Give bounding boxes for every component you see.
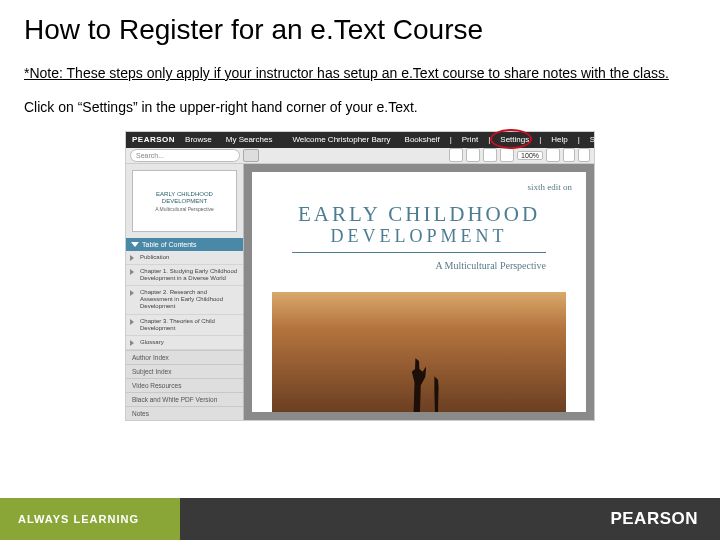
- toc-item[interactable]: Chapter 2. Research and Assessment in Ea…: [126, 286, 243, 315]
- zoom-in-icon[interactable]: [546, 148, 560, 162]
- zoom-level[interactable]: 100%: [517, 151, 543, 160]
- chevron-down-icon: [131, 242, 139, 247]
- zoom-out-icon[interactable]: [500, 148, 514, 162]
- sidebar-tabs: Author Index Subject Index Video Resourc…: [126, 350, 243, 420]
- next-page-button[interactable]: [578, 148, 590, 162]
- book-subtitle: A Multicultural Perspective: [435, 260, 546, 271]
- etext-screenshot: PEARSON Browse My Searches Welcome Chris…: [125, 131, 595, 421]
- search-input[interactable]: Search...: [130, 149, 240, 162]
- book-title-line2: DEVELOPMENT: [252, 226, 586, 247]
- note-prefix: *Note:: [24, 65, 63, 81]
- toc-list: Publication Chapter 1. Studying Early Ch…: [126, 251, 243, 351]
- app-toolbar: Search... 100%: [126, 148, 594, 164]
- page-title: How to Register for an e.Text Course: [0, 0, 720, 54]
- toc-header[interactable]: Table of Contents: [126, 238, 243, 251]
- slide-footer: ALWAYS LEARNING PEARSON: [0, 498, 720, 540]
- title-underline: [292, 252, 546, 253]
- book-page: sixth edit on EARLY CHILDHOOD DEVELOPMEN…: [252, 172, 586, 413]
- toc-item[interactable]: Chapter 3. Theories of Child Development: [126, 315, 243, 336]
- toc-item[interactable]: Glossary: [126, 336, 243, 350]
- toc-header-label: Table of Contents: [142, 241, 196, 248]
- sidebar-tab[interactable]: Subject Index: [126, 364, 243, 378]
- book-title-line1: EARLY CHILDHOOD: [252, 202, 586, 227]
- bookmark-tool-icon[interactable]: [483, 148, 497, 162]
- sidebar-tab[interactable]: Black and White PDF Version: [126, 392, 243, 406]
- cover-image: [272, 292, 566, 413]
- toc-item[interactable]: Publication: [126, 251, 243, 265]
- footer-tagline: ALWAYS LEARNING: [0, 498, 180, 540]
- silhouette-figure: [408, 358, 426, 412]
- highlight-tool-icon[interactable]: [449, 148, 463, 162]
- footer-brand: PEARSON: [180, 498, 720, 540]
- note-text: *Note: These steps only apply if your in…: [0, 54, 720, 90]
- toc-item[interactable]: Chapter 1. Studying Early Childhood Deve…: [126, 265, 243, 286]
- edition-text: sixth edit on: [528, 182, 573, 192]
- settings-link[interactable]: Settings: [496, 135, 533, 144]
- thumb-subtitle: A Multicultural Perspective: [155, 206, 214, 212]
- settings-label: Settings: [500, 135, 529, 144]
- print-link[interactable]: Print: [458, 135, 482, 144]
- sidebar-tab[interactable]: Notes: [126, 406, 243, 420]
- app-header: PEARSON Browse My Searches Welcome Chris…: [126, 132, 594, 148]
- instruction-text: Click on “Settings” in the upper-right h…: [0, 90, 720, 132]
- browse-link[interactable]: Browse: [181, 135, 216, 144]
- help-link[interactable]: Help: [547, 135, 571, 144]
- sidebar-tab[interactable]: Author Index: [126, 350, 243, 364]
- book-thumbnail[interactable]: EARLY CHILDHOOD DEVELOPMENT A Multicultu…: [132, 170, 237, 232]
- brand-logo: PEARSON: [132, 135, 175, 144]
- signout-link[interactable]: Sign Out: [586, 135, 625, 144]
- sidebar: EARLY CHILDHOOD DEVELOPMENT A Multicultu…: [126, 164, 244, 421]
- app-body: EARLY CHILDHOOD DEVELOPMENT A Multicultu…: [126, 164, 594, 421]
- note-tool-icon[interactable]: [466, 148, 480, 162]
- search-go-button[interactable]: [243, 149, 259, 162]
- thumb-title: EARLY CHILDHOOD DEVELOPMENT: [133, 189, 236, 206]
- my-searches-link[interactable]: My Searches: [222, 135, 277, 144]
- silhouette-child: [431, 376, 443, 412]
- welcome-text: Welcome Christopher Barry: [288, 135, 394, 144]
- note-body: These steps only apply if your instructo…: [63, 65, 669, 81]
- sidebar-tab[interactable]: Video Resources: [126, 378, 243, 392]
- bookshelf-link[interactable]: Bookshelf: [401, 135, 444, 144]
- prev-page-button[interactable]: [563, 148, 575, 162]
